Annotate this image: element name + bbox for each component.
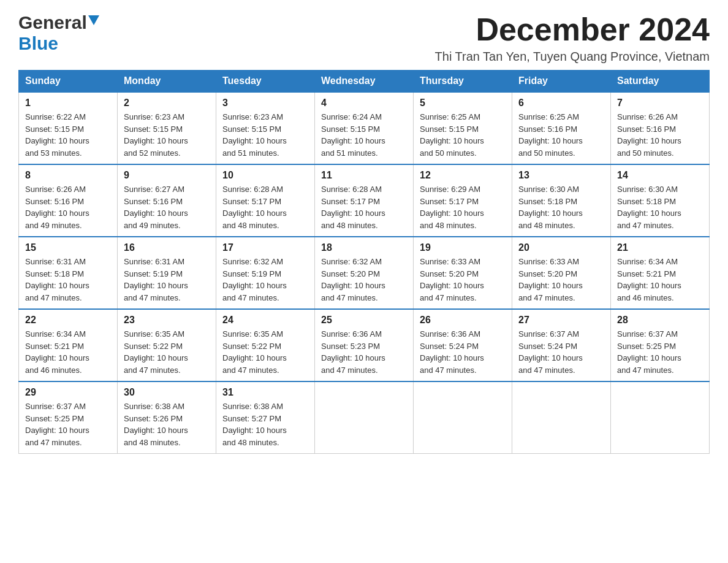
column-header-thursday: Thursday [414,71,512,93]
calendar-cell: 9Sunrise: 6:27 AMSunset: 5:16 PMDaylight… [118,164,216,237]
day-number: 6 [518,98,604,109]
calendar-cell: 13Sunrise: 6:30 AMSunset: 5:18 PMDayligh… [512,164,611,237]
day-number: 18 [321,242,407,253]
day-number: 16 [124,242,210,253]
day-info: Sunrise: 6:34 AMSunset: 5:21 PMDaylight:… [617,256,703,304]
calendar-week-row: 22Sunrise: 6:34 AMSunset: 5:21 PMDayligh… [19,309,710,381]
column-header-friday: Friday [512,71,611,93]
day-number: 15 [25,242,111,253]
day-number: 10 [222,170,308,181]
day-number: 27 [518,315,604,326]
calendar-header-row: SundayMondayTuesdayWednesdayThursdayFrid… [19,71,710,93]
day-number: 14 [617,170,703,181]
logo-general: General [18,12,87,33]
day-info: Sunrise: 6:31 AMSunset: 5:19 PMDaylight:… [124,256,210,304]
column-header-tuesday: Tuesday [216,71,315,93]
page-header: General Blue December 2024 Thi Tran Tan … [18,12,710,64]
logo-triangle-icon [87,14,100,29]
calendar-cell: 27Sunrise: 6:37 AMSunset: 5:24 PMDayligh… [512,309,611,381]
calendar-cell: 15Sunrise: 6:31 AMSunset: 5:18 PMDayligh… [19,237,118,309]
day-info: Sunrise: 6:38 AMSunset: 5:26 PMDaylight:… [124,400,210,448]
day-info: Sunrise: 6:26 AMSunset: 5:16 PMDaylight:… [25,183,111,231]
day-number: 11 [321,170,407,181]
day-number: 26 [420,315,506,326]
day-info: Sunrise: 6:23 AMSunset: 5:15 PMDaylight:… [124,111,210,159]
calendar-cell: 18Sunrise: 6:32 AMSunset: 5:20 PMDayligh… [315,237,414,309]
calendar-cell: 26Sunrise: 6:36 AMSunset: 5:24 PMDayligh… [414,309,512,381]
calendar-cell [512,381,611,454]
calendar-cell [414,381,512,454]
calendar-week-row: 1Sunrise: 6:22 AMSunset: 5:15 PMDaylight… [19,92,710,164]
title-section: December 2024 Thi Tran Tan Yen, Tuyen Qu… [435,12,710,64]
day-info: Sunrise: 6:30 AMSunset: 5:18 PMDaylight:… [617,183,703,231]
day-number: 20 [518,242,604,253]
day-number: 8 [25,170,111,181]
calendar-cell: 16Sunrise: 6:31 AMSunset: 5:19 PMDayligh… [118,237,216,309]
calendar-cell: 30Sunrise: 6:38 AMSunset: 5:26 PMDayligh… [118,381,216,454]
day-number: 19 [420,242,506,253]
day-info: Sunrise: 6:30 AMSunset: 5:18 PMDaylight:… [518,183,604,231]
column-header-sunday: Sunday [19,71,118,93]
day-number: 4 [321,98,407,109]
calendar-cell: 17Sunrise: 6:32 AMSunset: 5:19 PMDayligh… [216,237,315,309]
calendar-cell: 4Sunrise: 6:24 AMSunset: 5:15 PMDaylight… [315,92,414,164]
calendar-week-row: 15Sunrise: 6:31 AMSunset: 5:18 PMDayligh… [19,237,710,309]
calendar-cell: 22Sunrise: 6:34 AMSunset: 5:21 PMDayligh… [19,309,118,381]
day-number: 31 [222,387,308,398]
day-number: 30 [124,387,210,398]
svg-marker-0 [88,15,99,25]
calendar-cell: 20Sunrise: 6:33 AMSunset: 5:20 PMDayligh… [512,237,611,309]
calendar-cell: 29Sunrise: 6:37 AMSunset: 5:25 PMDayligh… [19,381,118,454]
calendar-table: SundayMondayTuesdayWednesdayThursdayFrid… [18,70,710,454]
day-info: Sunrise: 6:28 AMSunset: 5:17 PMDaylight:… [321,183,407,231]
day-info: Sunrise: 6:37 AMSunset: 5:25 PMDaylight:… [25,400,111,448]
day-number: 24 [222,315,308,326]
calendar-cell: 11Sunrise: 6:28 AMSunset: 5:17 PMDayligh… [315,164,414,237]
day-number: 1 [25,98,111,109]
day-number: 29 [25,387,111,398]
day-info: Sunrise: 6:33 AMSunset: 5:20 PMDaylight:… [518,256,604,304]
calendar-cell [315,381,414,454]
day-number: 5 [420,98,506,109]
day-number: 25 [321,315,407,326]
calendar-cell: 6Sunrise: 6:25 AMSunset: 5:16 PMDaylight… [512,92,611,164]
day-number: 21 [617,242,703,253]
column-header-wednesday: Wednesday [315,71,414,93]
day-info: Sunrise: 6:33 AMSunset: 5:20 PMDaylight:… [420,256,506,304]
calendar-cell: 1Sunrise: 6:22 AMSunset: 5:15 PMDaylight… [19,92,118,164]
calendar-cell: 3Sunrise: 6:23 AMSunset: 5:15 PMDaylight… [216,92,315,164]
calendar-cell: 28Sunrise: 6:37 AMSunset: 5:25 PMDayligh… [611,309,710,381]
day-number: 23 [124,315,210,326]
day-info: Sunrise: 6:34 AMSunset: 5:21 PMDaylight:… [25,328,111,376]
day-info: Sunrise: 6:36 AMSunset: 5:23 PMDaylight:… [321,328,407,376]
calendar-cell: 14Sunrise: 6:30 AMSunset: 5:18 PMDayligh… [611,164,710,237]
logo: General Blue [18,12,100,54]
day-info: Sunrise: 6:29 AMSunset: 5:17 PMDaylight:… [420,183,506,231]
calendar-cell: 24Sunrise: 6:35 AMSunset: 5:22 PMDayligh… [216,309,315,381]
day-number: 9 [124,170,210,181]
calendar-week-row: 29Sunrise: 6:37 AMSunset: 5:25 PMDayligh… [19,381,710,454]
calendar-cell: 31Sunrise: 6:38 AMSunset: 5:27 PMDayligh… [216,381,315,454]
month-title: December 2024 [435,12,710,47]
calendar-cell: 21Sunrise: 6:34 AMSunset: 5:21 PMDayligh… [611,237,710,309]
calendar-cell: 12Sunrise: 6:29 AMSunset: 5:17 PMDayligh… [414,164,512,237]
day-info: Sunrise: 6:26 AMSunset: 5:16 PMDaylight:… [617,111,703,159]
day-info: Sunrise: 6:28 AMSunset: 5:17 PMDaylight:… [222,183,308,231]
day-info: Sunrise: 6:36 AMSunset: 5:24 PMDaylight:… [420,328,506,376]
day-info: Sunrise: 6:25 AMSunset: 5:15 PMDaylight:… [420,111,506,159]
calendar-cell: 23Sunrise: 6:35 AMSunset: 5:22 PMDayligh… [118,309,216,381]
location-subtitle: Thi Tran Tan Yen, Tuyen Quang Province, … [435,50,710,64]
day-number: 2 [124,98,210,109]
calendar-cell [611,381,710,454]
day-number: 13 [518,170,604,181]
day-info: Sunrise: 6:31 AMSunset: 5:18 PMDaylight:… [25,256,111,304]
calendar-cell: 25Sunrise: 6:36 AMSunset: 5:23 PMDayligh… [315,309,414,381]
column-header-saturday: Saturday [611,71,710,93]
day-info: Sunrise: 6:35 AMSunset: 5:22 PMDaylight:… [222,328,308,376]
calendar-cell: 7Sunrise: 6:26 AMSunset: 5:16 PMDaylight… [611,92,710,164]
day-info: Sunrise: 6:38 AMSunset: 5:27 PMDaylight:… [222,400,308,448]
day-info: Sunrise: 6:27 AMSunset: 5:16 PMDaylight:… [124,183,210,231]
day-info: Sunrise: 6:32 AMSunset: 5:19 PMDaylight:… [222,256,308,304]
day-number: 17 [222,242,308,253]
day-info: Sunrise: 6:32 AMSunset: 5:20 PMDaylight:… [321,256,407,304]
